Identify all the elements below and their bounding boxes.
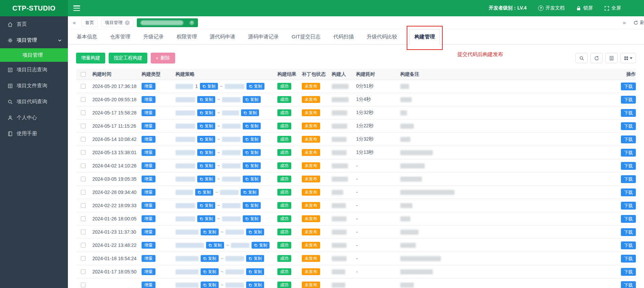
row-checkbox[interactable] (81, 190, 86, 195)
sidebar-item-project-logs[interactable]: 项目日志查询 (0, 62, 68, 78)
download-button[interactable]: 下载 (621, 241, 636, 249)
copy-button[interactable]: 复制 (243, 202, 261, 209)
project-build-button[interactable]: 指定工程构建 (109, 53, 147, 64)
copy-button[interactable]: 复制 (252, 242, 270, 249)
select-all-checkbox[interactable] (81, 72, 86, 77)
copy-button[interactable]: 复制 (197, 215, 215, 222)
copy-button[interactable]: 复制 (241, 109, 259, 116)
copy-button[interactable]: 复制 (241, 189, 259, 196)
sidebar-item-project-management[interactable]: 项目管理 (0, 32, 68, 48)
row-checkbox[interactable] (81, 177, 86, 181)
sidebar-subitem-project-management[interactable]: 项目管理 (0, 48, 68, 62)
copy-button[interactable]: 复制 (243, 176, 261, 182)
row-checkbox[interactable] (81, 230, 86, 234)
dev-docs-button[interactable]: ? 开发文档 (538, 5, 565, 11)
copy-button[interactable]: 复制 (197, 96, 215, 103)
download-button[interactable]: 下载 (621, 228, 636, 236)
hamburger-menu-icon[interactable] (73, 5, 80, 11)
close-icon[interactable]: × (189, 20, 194, 25)
row-checkbox[interactable] (81, 124, 86, 128)
download-button[interactable]: 下载 (621, 281, 636, 288)
copy-button[interactable]: 复制 (243, 136, 261, 143)
tab-10[interactable]: 构建管理 (409, 29, 440, 44)
tab-2[interactable]: 仓库管理 (109, 30, 131, 44)
row-checkbox[interactable] (81, 137, 86, 142)
copy-button[interactable]: 复制 (197, 109, 215, 116)
row-checkbox[interactable] (81, 150, 86, 155)
row-checkbox[interactable] (81, 269, 86, 274)
copy-button[interactable]: 复制 (201, 282, 219, 288)
copy-button[interactable]: 复制 (246, 229, 264, 235)
sidebar-item-project-code[interactable]: 项目代码查询 (0, 94, 68, 110)
copy-button[interactable]: 复制 (197, 176, 215, 182)
download-button[interactable]: 下载 (621, 162, 636, 170)
tab-7[interactable]: GIT提交日志 (291, 30, 321, 44)
incremental-build-button[interactable]: 增量构建 (76, 53, 105, 64)
sidebar-item-project-files[interactable]: 项目文件查询 (0, 78, 68, 94)
copy-button[interactable]: 复制 (201, 229, 219, 235)
tabs-scroll-left-icon[interactable]: « (71, 20, 78, 26)
download-button[interactable]: 下载 (621, 96, 636, 104)
row-checkbox[interactable] (81, 216, 86, 221)
copy-button[interactable]: 复制 (243, 123, 261, 129)
column-settings-button[interactable] (620, 53, 636, 63)
copy-button[interactable]: 复制 (201, 255, 219, 262)
refresh-table-button[interactable] (590, 53, 603, 63)
download-button[interactable]: 下载 (621, 136, 636, 143)
sidebar-item-home[interactable]: 首页 (0, 16, 68, 32)
copy-button[interactable]: 复制 (195, 189, 213, 196)
copy-button[interactable]: 复制 (243, 162, 261, 169)
download-button[interactable]: 下载 (621, 149, 636, 157)
copy-button[interactable]: 复制 (243, 215, 261, 222)
tab-9[interactable]: 升级代码比较 (366, 30, 398, 44)
download-button[interactable]: 下载 (621, 109, 636, 117)
copy-button[interactable]: 复制 (246, 268, 264, 275)
row-checkbox[interactable] (81, 243, 86, 248)
copy-button[interactable]: 复制 (197, 202, 215, 209)
row-checkbox[interactable] (81, 163, 86, 168)
tab-5[interactable]: 源代码申请 (209, 30, 236, 44)
copy-button[interactable]: 复制 (201, 268, 219, 275)
close-icon[interactable]: × (125, 20, 130, 25)
tab-4[interactable]: 权限管理 (176, 30, 198, 44)
download-button[interactable]: 下载 (621, 175, 636, 183)
copy-button[interactable]: 复制 (197, 162, 215, 169)
tab-8[interactable]: 代码扫描 (333, 30, 354, 44)
copy-button[interactable]: 复制 (197, 136, 215, 143)
row-checkbox[interactable] (81, 110, 86, 115)
download-button[interactable]: 下载 (621, 202, 636, 210)
download-button[interactable]: 下载 (621, 83, 636, 90)
row-checkbox[interactable] (81, 97, 86, 102)
crumb-tab-project-management[interactable]: 项目管理 × (101, 18, 133, 27)
copy-button[interactable]: 复制 (246, 255, 264, 262)
crumb-tab-active-project[interactable]: × (137, 18, 198, 27)
copy-button[interactable]: 复制 (197, 123, 215, 129)
search-button[interactable] (575, 53, 588, 63)
copy-button[interactable]: 复制 (197, 149, 215, 156)
tab-1[interactable]: 基本信息 (76, 30, 98, 44)
lock-screen-button[interactable]: 锁屏 (576, 5, 593, 11)
row-checkbox[interactable] (81, 84, 86, 89)
tabs-scroll-right-icon[interactable]: » (621, 20, 628, 26)
list-view-button[interactable] (605, 53, 618, 63)
download-button[interactable]: 下载 (621, 215, 636, 223)
delete-button[interactable]: ×删除 (151, 53, 175, 64)
row-checkbox[interactable] (81, 203, 86, 208)
sidebar-item-personal-center[interactable]: 个人中心 (0, 110, 68, 126)
download-button[interactable]: 下载 (621, 268, 636, 276)
download-button[interactable]: 下载 (621, 255, 636, 263)
copy-button[interactable]: 复制 (246, 83, 264, 90)
tab-3[interactable]: 升级记录 (143, 30, 164, 44)
row-checkbox[interactable] (81, 283, 86, 287)
row-checkbox[interactable] (81, 256, 86, 261)
copy-button[interactable]: 复制 (243, 149, 261, 156)
copy-button[interactable]: 复制 (200, 83, 218, 90)
fullscreen-button[interactable]: 全屏 (604, 5, 621, 11)
sidebar-item-user-manual[interactable]: 使用手册 (0, 126, 68, 142)
crumb-tab-home[interactable]: 首页 (81, 18, 98, 27)
copy-button[interactable]: 复制 (246, 282, 264, 288)
copy-button[interactable]: 复制 (243, 96, 261, 103)
tab-6[interactable]: 源码申请记录 (247, 30, 279, 44)
refresh-page-button[interactable]: 刷新 (633, 20, 644, 26)
copy-button[interactable]: 复制 (206, 242, 224, 249)
